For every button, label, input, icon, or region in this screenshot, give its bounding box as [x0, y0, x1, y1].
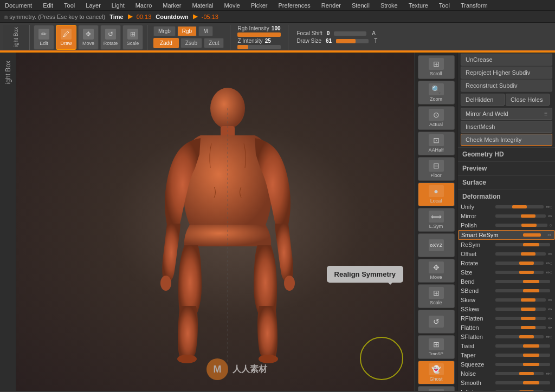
menu-texture[interactable]: Texture [406, 1, 430, 10]
m-btn[interactable]: M [198, 26, 212, 36]
rgb-btn[interactable]: Rgb [177, 26, 197, 36]
uncrease-label: UnCrease [466, 56, 493, 63]
twist-slider[interactable] [495, 344, 550, 348]
rotate-deform-slider[interactable] [495, 262, 544, 265]
sbend-slider[interactable] [495, 289, 550, 292]
menu-transform[interactable]: Transform [459, 1, 490, 10]
floor-label: Floor [430, 173, 442, 178]
offset-slider[interactable] [495, 252, 546, 256]
flatten-slider[interactable] [495, 326, 546, 329]
menu-document[interactable]: Document [3, 1, 34, 10]
flatten-icons: ⇔ [548, 325, 552, 330]
svg-point-2 [160, 276, 171, 291]
scale-tool-btn[interactable]: ⊞ Scale [122, 25, 143, 50]
floor-btn[interactable]: ⊟ Floor [418, 157, 455, 181]
delhidden-btn[interactable]: DelHidden [461, 94, 505, 106]
local-btn[interactable]: ● Local [418, 182, 455, 206]
rflatten-icons: ⇔ [548, 316, 552, 321]
menu-edit[interactable]: Edit [41, 1, 55, 10]
rotate-tool-btn[interactable]: ↺ Rotate [100, 25, 121, 50]
polish-slider[interactable] [495, 224, 547, 227]
focal-group: Focal Shift 0 A Draw Size 61 T [292, 30, 382, 44]
focal-shift-slider[interactable] [334, 31, 366, 36]
menu-macro[interactable]: Macro [133, 1, 154, 10]
canvas-area[interactable]: Realign Symmetry M 人人素材 ⊞ Scroll 🔍 Zoom … [16, 53, 457, 391]
status-message: n symmetry. (Press Esc key to cancel) [4, 14, 105, 20]
mirror-weld-btn[interactable]: Mirror And Weld ≡ [461, 108, 552, 120]
watermark: M 人人素材 [206, 358, 267, 380]
size-slider[interactable] [495, 271, 544, 274]
z-intensity-slider[interactable] [237, 45, 281, 49]
menu-stencil[interactable]: Stencil [350, 1, 372, 10]
rgb-intensity-slider[interactable] [237, 32, 281, 37]
menu-stroke[interactable]: Stroke [378, 1, 400, 10]
draw-tool-btn[interactable]: 🖊 Draw [56, 25, 76, 50]
deform-resym: ReSym [458, 240, 555, 249]
menu-tool[interactable]: Tool [62, 1, 77, 10]
scale-canvas-btn[interactable]: ⊞ Scale [418, 284, 455, 308]
zoom-btn[interactable]: 🔍 Zoom [418, 81, 455, 104]
smooth-slider[interactable] [495, 381, 550, 384]
menu-marker[interactable]: Marker [160, 1, 183, 10]
unify-slider[interactable] [495, 205, 544, 208]
menu-material[interactable]: Material [190, 1, 215, 10]
deform-bend: Bend [458, 277, 555, 286]
deform-skew: Skew ⇔ [458, 296, 555, 304]
edit-label: Edit [40, 41, 48, 46]
preview-header: Preview [458, 161, 555, 174]
resym-slider[interactable] [495, 243, 550, 246]
deform-smooth: Smooth [458, 378, 555, 387]
noise-slider[interactable] [495, 372, 544, 375]
menu-light[interactable]: Light [109, 1, 127, 10]
menu-movie[interactable]: Movie [222, 1, 242, 10]
menu-render[interactable]: Render [319, 1, 343, 10]
inflat-slider[interactable] [495, 390, 544, 391]
skew-slider[interactable] [495, 298, 546, 302]
ghost-btn[interactable]: 👻 Ghost [418, 361, 455, 384]
lasso-btn[interactable]: ⬭ Lasso [418, 386, 455, 391]
lsym-btn[interactable]: ⟺ L.Sym [418, 208, 455, 232]
smart-resym-slider[interactable] [500, 233, 545, 237]
rflatten-slider[interactable] [495, 317, 546, 320]
transpose-btn[interactable]: ⊞ TranSP [418, 335, 455, 359]
status-time: 00:13 [137, 14, 152, 20]
draw-size-label: Draw Size [296, 38, 321, 44]
rotate-canvas-btn[interactable]: ↺ [418, 310, 455, 334]
sskew-slider[interactable] [495, 308, 546, 311]
move-canvas-btn[interactable]: ✥ Move [418, 259, 455, 283]
menu-tool2[interactable]: Tool [437, 1, 452, 10]
insertmesh-btn[interactable]: InsertMesh [461, 121, 552, 133]
move-tool-btn[interactable]: ✥ Move [78, 25, 99, 50]
scroll-icon: ⊞ [429, 58, 444, 70]
zcut-btn[interactable]: Zcut [204, 38, 224, 48]
menu-preferences[interactable]: Preferences [276, 1, 313, 10]
squeeze-slider[interactable] [495, 363, 550, 366]
inflat-icons: ⇔↕ [546, 389, 553, 391]
menu-picker[interactable]: Picker [249, 1, 270, 10]
noise-label: Noise [461, 370, 493, 377]
edit-tool-btn[interactable]: ✏ Edit [34, 25, 54, 50]
aahalf-label: AAHalf [428, 147, 443, 153]
menu-layer[interactable]: Layer [83, 1, 103, 10]
smart-resym-label: Smart ReSym [461, 232, 498, 238]
draw-size-slider[interactable] [336, 39, 369, 43]
zsub-btn[interactable]: Zsub [180, 38, 202, 48]
close-holes-btn[interactable]: Close Holes [506, 94, 550, 106]
bend-slider[interactable] [495, 280, 550, 283]
mrgb-btn[interactable]: Mrgb [153, 26, 176, 36]
zadd-btn[interactable]: Zadd [153, 38, 179, 48]
reconstruct-btn[interactable]: Reconstruct Subdiv [461, 80, 552, 92]
check-integrity-btn[interactable]: Check Mesh Integrity [461, 134, 552, 146]
aahalf-btn[interactable]: ⊡ AAHalf [418, 132, 455, 155]
rgb-intensity-value: 100 [272, 25, 281, 31]
sflatten-slider[interactable] [495, 335, 544, 338]
mirror-slider[interactable] [495, 214, 546, 218]
polish-icons: ○ [550, 223, 552, 228]
uncrease-btn[interactable]: UnCrease [461, 54, 552, 66]
actual-btn[interactable]: ⊙ Actual [418, 106, 455, 130]
reproject-btn[interactable]: Reproject Higher Subdiv [461, 67, 552, 79]
taper-slider[interactable] [495, 354, 550, 357]
scroll-btn[interactable]: ⊞ Scroll [418, 55, 455, 79]
lsym-icon: ⟺ [429, 211, 444, 223]
xyz-btn[interactable]: oXYZ [418, 233, 455, 257]
